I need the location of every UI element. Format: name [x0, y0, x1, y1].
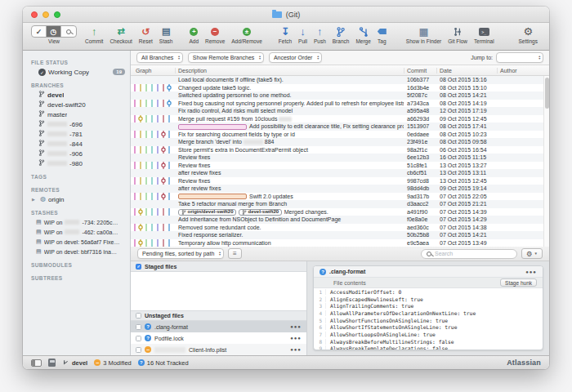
commit-row[interactable]: Fixed response serializer.50b25b807 Oct …	[131, 231, 549, 239]
commit-row[interactable]: after review fixescb6cf5113 Oct 2015 13:…	[131, 169, 549, 177]
remove-button[interactable]: −Remove	[202, 25, 228, 44]
disclosure-triangle-icon[interactable]: ▶	[32, 197, 38, 202]
sidebar-stash-item[interactable]: ▤WIP on -734: 2205c…	[23, 217, 130, 227]
diff-file-header[interactable]: ? .clang-format ●●●	[314, 266, 543, 278]
commit-row[interactable]: Review fixes51c8fe113 Oct 2015 13:27	[131, 162, 549, 170]
commit-row[interactable]: Store permit's extra in DocumentExtraPer…	[131, 146, 549, 154]
minimize-window-button[interactable]	[42, 11, 49, 18]
commit-row[interactable]: Merge branch 'devel' into88423f491e08 Oc…	[131, 138, 549, 146]
commit-row[interactable]: Load local documents if offline (take5 f…	[131, 76, 549, 84]
code-line: 8AlwaysBreakBeforeMultilineStrings: fals…	[314, 338, 543, 345]
sidebar-stash-item[interactable]: ▤WIP on devel: bbf7316 Ina…	[23, 247, 130, 256]
checkout-button[interactable]: ⇄Checkout	[106, 25, 135, 44]
add-button[interactable]: +Add	[185, 25, 202, 44]
sidebar-branch-item[interactable]: -696	[23, 119, 130, 129]
commit-list-scrollbar[interactable]	[543, 76, 549, 247]
file-options-button[interactable]: ⚙ ▼	[521, 248, 543, 259]
sidebar-branch-item[interactable]: -844	[23, 139, 130, 149]
stash-button[interactable]: ▤Stash	[156, 25, 177, 44]
column-header-description[interactable]: Description	[178, 68, 207, 74]
sidebar-branch-item[interactable]: -781	[23, 129, 130, 139]
settings-button[interactable]: ⚙ Settings	[516, 25, 542, 44]
terminal-button[interactable]: >_Terminal	[471, 25, 498, 44]
commit-row[interactable]: Review fixes6ee12b316 Oct 2015 11:15	[131, 154, 549, 162]
sidebar-remote-origin[interactable]: ▶◍origin	[23, 194, 130, 204]
overflow-menu-icon[interactable]: ●●●	[290, 336, 302, 341]
column-header-commit[interactable]: Commit	[407, 68, 427, 74]
file-contents-code: 1AccessModifierOffset: 02AlignEscapedNew…	[314, 288, 543, 350]
reset-button[interactable]: ↺Reset	[136, 25, 156, 44]
fetch-button[interactable]: ↧Fetch	[275, 25, 295, 44]
sidebar-stash-item[interactable]: ▤WIP on devel: 56a6af7 Fixe…	[23, 237, 130, 247]
sidebar-branch-item[interactable]: -980	[23, 158, 130, 168]
commit-row[interactable]: Fixed bug causing not syncing personnel …	[131, 100, 549, 108]
file-row[interactable]: ?.clang-format●●●	[131, 321, 306, 332]
commit-row[interactable]: Review fixes9987cd813 Oct 2015 12:45	[131, 177, 549, 185]
file-checkbox[interactable]	[136, 324, 141, 330]
file-row[interactable]: −Client-Info.plist●●●	[131, 344, 306, 355]
push-button[interactable]: ↑Push	[311, 25, 329, 44]
sidebar-section-branches: BRANCHES	[23, 77, 130, 90]
branch-icon	[38, 159, 45, 167]
file-checkbox[interactable]	[136, 347, 141, 353]
view-mode-button[interactable]: ≡	[228, 248, 242, 259]
commit-row[interactable]: Add possibility to edit clearance title,…	[131, 122, 549, 131]
branch-filter-dropdown[interactable]: All Branches ▲▼	[136, 52, 183, 63]
column-header-graph[interactable]: Graph	[136, 68, 151, 74]
file-search-input[interactable]: Search	[421, 249, 517, 259]
commit-row[interactable]: Add inheritance from NSObject to Definit…	[131, 216, 549, 224]
titlebar[interactable]: (Git)	[23, 7, 549, 23]
order-filter-dropdown[interactable]: Ancestor Order ▲▼	[269, 52, 322, 63]
commit-row[interactable]: Temporary allow http communicatione9c5ae…	[131, 239, 549, 247]
scrollbar-thumb[interactable]	[545, 78, 549, 109]
pull-button[interactable]: ↓Pull	[295, 25, 311, 44]
commit-row[interactable]: Fix for searching document fields by typ…	[131, 131, 549, 139]
tag-button[interactable]: Tag	[374, 25, 390, 44]
commit-row[interactable]: origin/devel-swift20devel-swift20Merged …	[131, 208, 549, 216]
commit-hash: 5f2087c	[407, 91, 438, 100]
close-window-button[interactable]	[31, 11, 38, 18]
commit-button[interactable]: ↑Commit	[82, 25, 106, 44]
staged-files-header[interactable]: ✓Staged files	[131, 261, 306, 272]
pending-files-dropdown[interactable]: Pending files, sorted by path ▲▼	[137, 248, 224, 259]
sidebar-branch-item[interactable]: master	[23, 109, 130, 119]
file-checkbox[interactable]	[136, 336, 141, 341]
sidebar-item-working-copy[interactable]: ✓Working Copy19	[23, 67, 130, 77]
jump-to-combo[interactable]: ▲▼	[496, 52, 543, 63]
remote-filter-dropdown[interactable]: Show Remote Branches ▲▼	[188, 52, 264, 63]
branch-button[interactable]: Branch	[329, 25, 353, 44]
unstaged-files-header[interactable]: Unstaged files	[131, 310, 306, 321]
commit-row[interactable]: Merge pull request #159 from 10cloudsa66…	[131, 115, 549, 123]
overflow-menu-icon[interactable]: ●●●	[290, 324, 302, 329]
sidebar-branch-item[interactable]: -906	[23, 149, 130, 158]
commit-row[interactable]: after review fixes98dd4db09 Oct 2015 19:…	[131, 185, 549, 193]
commit-row[interactable]: Swift 2.0 updates9ad317b07 Oct 2015 22:0…	[131, 193, 549, 201]
overflow-menu-icon[interactable]: ●●●	[525, 270, 537, 274]
overflow-menu-icon[interactable]: ●●●	[290, 347, 302, 352]
view-segment-history[interactable]: ◷	[47, 26, 61, 37]
sidebar-branch-item[interactable]: devel-swift20	[23, 100, 130, 109]
commit-description: Take 5 refactor manual merge from Branch	[178, 200, 404, 208]
view-segment-search[interactable]	[61, 26, 76, 37]
unstaged-checkbox[interactable]	[136, 313, 141, 318]
git-flow-button[interactable]: Git Flow	[445, 25, 471, 44]
merge-button[interactable]: Merge	[352, 25, 373, 44]
commit-row[interactable]: Changed update take5 logic.16d3b4e08 Oct…	[131, 84, 549, 92]
commit-row[interactable]: Removed some redundant code.aed360c07 Oc…	[131, 224, 549, 232]
view-segment-checkmark[interactable]: ✓	[32, 26, 47, 37]
stage-hunk-button[interactable]: Stage hunk	[500, 278, 537, 287]
toggle-sidebar-icon[interactable]	[31, 359, 42, 367]
column-header-author[interactable]: Author	[500, 68, 517, 74]
show-in-finder-button[interactable]: ▦Show in Finder	[403, 25, 445, 44]
staged-checkbox[interactable]: ✓	[136, 264, 141, 270]
add-remove-button[interactable]: ±Add/Remove	[228, 25, 266, 44]
sidebar-branch-item[interactable]: devel	[23, 90, 130, 100]
commit-row[interactable]: Fix radio control, Add risks multi selec…	[131, 107, 549, 115]
column-header-date[interactable]: Date	[440, 68, 452, 74]
commit-row[interactable]: Switched updating personnel to one metho…	[131, 91, 549, 100]
zoom-window-button[interactable]	[54, 11, 60, 18]
sidebar-stash-item[interactable]: ▤WIP on -462: ca00a…	[23, 227, 130, 237]
file-row[interactable]: ?Podfile.lock●●●	[131, 332, 306, 344]
commit-row[interactable]: Take 5 refactor manual merge from Branch…	[131, 200, 549, 208]
branch-icon	[38, 91, 45, 99]
